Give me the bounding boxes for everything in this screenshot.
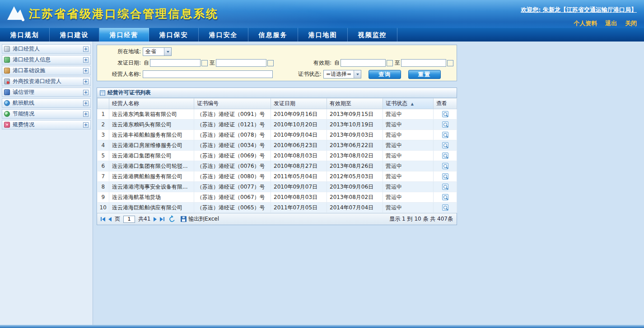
view-icon[interactable] — [442, 163, 448, 169]
table-row[interactable]: 9 连云港海航基地货场 （苏连）港经证（0067）号 2010年08月03日 2… — [98, 192, 457, 203]
table-row[interactable]: 2 连云港东粮码头有限公司 （苏连）港经证（0121）号 2010年10月20日… — [98, 120, 457, 130]
table-title: 经营许可证书列表 — [107, 89, 151, 97]
first-page-button[interactable] — [101, 217, 105, 222]
sidebar-item-operator-info[interactable]: 港口经营人信息 + — [2, 55, 91, 65]
sidebar-item-label: 外商投资港口经营人 — [13, 78, 83, 85]
validity-from-input[interactable] — [341, 59, 386, 67]
column-header-view: 查看 — [434, 98, 457, 109]
close-link[interactable]: 关闭 — [625, 20, 637, 27]
table-row[interactable]: 1 连云港东鸿集装箱有限公司 （苏连）港经证（0091）号 2010年09月16… — [98, 109, 457, 120]
issue-date-from-input[interactable] — [150, 59, 201, 67]
view-icon[interactable] — [442, 132, 448, 138]
column-header-status[interactable]: 证书状态 ▲ — [383, 98, 434, 109]
tab-port-security[interactable]: 港口保安 — [149, 28, 199, 42]
system-logo-icon — [5, 5, 26, 24]
table-row[interactable]: 8 连云港港湾海事安全设备有限... （苏连）港经证（0077）号 2010年0… — [98, 182, 457, 192]
view-icon[interactable] — [442, 142, 448, 148]
export-excel-button[interactable]: 输出到Excel — [181, 215, 219, 223]
view-icon[interactable] — [442, 121, 448, 128]
column-header-name[interactable]: 经营人名称 — [109, 98, 194, 109]
sidebar-item-fees[interactable]: 规费情况 + — [2, 120, 91, 129]
view-icon[interactable] — [442, 173, 448, 180]
status-header-label: 证书状态 — [386, 100, 407, 106]
sidebar-item-label: 诚信管理 — [13, 88, 83, 96]
table-row[interactable]: 3 连云港丰裕船舶服务有限公司 （苏连）港经证（0078）号 2010年09月0… — [98, 130, 457, 140]
tab-video-monitor[interactable]: 视频监控 — [348, 28, 397, 42]
sidebar-item-foreign-operator[interactable]: 外商投资港口经营人 + — [2, 77, 91, 86]
foreign-operator-icon — [4, 79, 10, 84]
sidebar: 港口经营人 + 港口经营人信息 + 港口基础设施 + 外商投资港口经营人 + 诚… — [0, 42, 93, 325]
table-row[interactable]: 5 连云港港口集团有限公司 （苏连）港经证（0069）号 2010年08月03日… — [98, 151, 457, 161]
table-row[interactable]: 6 连云港港口集团有限公司轮驳... （苏连）港经证（0076）号 2010年0… — [98, 161, 457, 171]
calendar-icon[interactable] — [447, 60, 453, 66]
issue-date-to-input[interactable] — [216, 59, 266, 67]
view-icon[interactable] — [442, 152, 448, 159]
expand-icon[interactable]: + — [83, 57, 89, 63]
sidebar-item-port-operator[interactable]: 港口经营人 + — [2, 44, 91, 54]
table-row[interactable]: 4 连云港港口房屋维修服务公司 （苏连）港经证（0034）号 2010年06月2… — [98, 140, 457, 151]
reset-button[interactable]: 重置 — [408, 70, 441, 79]
expand-icon[interactable]: + — [83, 111, 89, 117]
view-icon[interactable] — [442, 184, 448, 190]
calendar-icon[interactable] — [201, 60, 208, 66]
welcome-text: 欢迎您: 朱新龙【江苏省交通运输厅港口局】 — [521, 6, 637, 14]
fee-icon — [4, 122, 10, 128]
sidebar-item-credit-management[interactable]: 诚信管理 + — [2, 88, 91, 97]
sidebar-item-label: 规费情况 — [13, 121, 83, 129]
expand-icon[interactable]: + — [83, 46, 89, 52]
page-input[interactable] — [123, 216, 135, 223]
tab-port-operation[interactable]: 港口经营 — [99, 28, 149, 42]
list-icon — [100, 90, 105, 96]
view-icon[interactable] — [442, 194, 448, 200]
expand-icon[interactable]: + — [83, 68, 89, 74]
column-header-issue-date[interactable]: 发证日期 — [271, 98, 327, 109]
table-header-row: 经营人名称 证书编号 发证日期 有效期至 证书状态 ▲ 查看 — [98, 98, 457, 109]
sidebar-item-label: 港口基础设施 — [13, 67, 83, 74]
expand-icon[interactable]: + — [83, 90, 89, 95]
tab-port-map[interactable]: 港口地图 — [298, 28, 348, 42]
sort-asc-icon: ▲ — [411, 102, 414, 106]
column-header-valid-until[interactable]: 有效期至 — [327, 98, 383, 109]
region-select[interactable]: 全省 — [143, 47, 172, 56]
main-nav: 港口规划 港口建设 港口经营 港口保安 港口安全 信息服务 港口地图 视频监控 — [0, 28, 644, 42]
tab-port-planning[interactable]: 港口规划 — [0, 28, 50, 42]
status-select[interactable]: =请选择= — [323, 70, 361, 79]
tab-port-construction[interactable]: 港口建设 — [50, 28, 99, 42]
page-title: 江苏省省级港口综合管理信息系统 — [29, 6, 219, 21]
column-header-cert-no[interactable]: 证书编号 — [194, 98, 271, 109]
user-links: 个人资料 退出 关闭 — [567, 19, 637, 28]
table-row[interactable]: 7 连云港港腾船舶服务有限公司 （苏连）港经证（0080）号 2011年05月0… — [98, 171, 457, 182]
sidebar-item-infrastructure[interactable]: 港口基础设施 + — [2, 66, 91, 75]
validity-to-input[interactable] — [401, 59, 446, 67]
expand-icon[interactable]: + — [83, 122, 89, 128]
page-bottom-border — [0, 325, 644, 328]
query-button[interactable]: 查询 — [369, 70, 401, 79]
issue-date-label: 发证日期: — [99, 59, 143, 67]
view-icon[interactable] — [442, 204, 448, 211]
sidebar-item-energy-saving[interactable]: 节能情况 + — [2, 109, 91, 119]
tab-information-service[interactable]: 信息服务 — [248, 28, 298, 42]
prev-page-button[interactable] — [108, 217, 112, 222]
last-page-button[interactable] — [160, 217, 164, 222]
sidebar-item-routes[interactable]: 航班航线 + — [2, 98, 91, 108]
expand-icon[interactable]: + — [83, 101, 89, 106]
status-label: 证书状态: — [287, 70, 323, 78]
operator-name-label: 经营人名称: — [99, 70, 143, 78]
column-header-index — [98, 98, 109, 109]
operator-name-input[interactable] — [143, 70, 273, 78]
expand-icon[interactable]: + — [83, 79, 89, 84]
document-icon — [4, 46, 10, 52]
view-icon[interactable] — [442, 111, 448, 117]
chevron-down-icon — [354, 70, 361, 78]
logout-link[interactable]: 退出 — [605, 20, 617, 27]
export-label: 输出到Excel — [188, 215, 219, 223]
main-panel: 所在地域: 全省 发证日期: 自 至 有效期: 自 — [97, 42, 457, 325]
table-row[interactable]: 10 连云港海巨船舶供应有限公司 （苏连）港经证（0065）号 2011年07月… — [98, 203, 457, 213]
profile-link[interactable]: 个人资料 — [574, 20, 597, 27]
calendar-icon[interactable] — [387, 60, 393, 66]
tab-port-safety[interactable]: 港口安全 — [199, 28, 248, 42]
next-page-button[interactable] — [154, 217, 157, 222]
calendar-icon[interactable] — [267, 60, 274, 66]
from-label: 自 — [334, 59, 340, 67]
refresh-icon[interactable] — [168, 216, 176, 223]
